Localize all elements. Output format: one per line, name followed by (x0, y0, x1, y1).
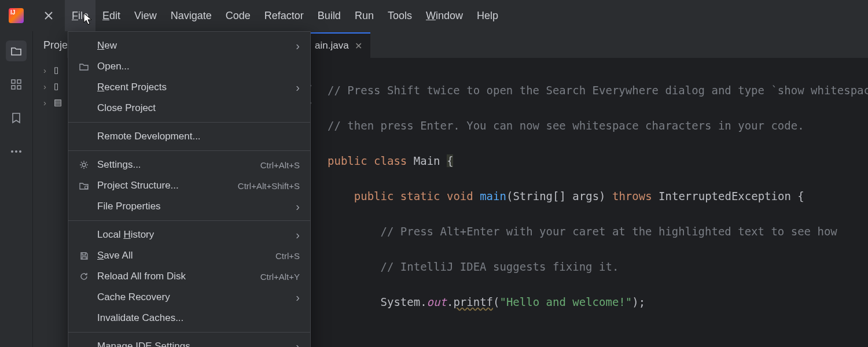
save-icon (79, 250, 89, 261)
menu-recent-projects[interactable]: Recent Projects (68, 77, 310, 98)
menu-code[interactable]: Code (219, 0, 258, 31)
svg-point-4 (11, 150, 13, 153)
svg-point-8 (85, 186, 88, 189)
menu-file[interactable]: File (65, 0, 95, 31)
project-panel: Project ›▯ ›▯ ›▤ (32, 31, 67, 347)
menu-window[interactable]: Window (419, 0, 470, 31)
tree-row[interactable]: ›▯ (33, 62, 67, 78)
editor-tab-main-java[interactable]: ain.java ✕ (307, 32, 370, 58)
menu-reload-from-disk[interactable]: Reload All from Disk Ctrl+Alt+Y (68, 266, 310, 287)
close-icon[interactable] (32, 0, 65, 31)
svg-rect-3 (17, 86, 21, 89)
close-icon[interactable]: ✕ (355, 40, 362, 51)
tree-row[interactable]: ›▯ (33, 78, 67, 94)
svg-point-7 (82, 163, 86, 167)
svg-rect-1 (17, 80, 21, 83)
menu-project-structure[interactable]: Project Structure... Ctrl+Alt+Shift+S (68, 175, 310, 196)
svg-point-5 (15, 150, 17, 153)
app-icon[interactable] (0, 0, 32, 31)
project-panel-title: Project (33, 39, 67, 51)
menu-settings[interactable]: Settings... Ctrl+Alt+S (68, 154, 310, 175)
menu-tools[interactable]: Tools (381, 0, 419, 31)
left-tool-strip (0, 31, 32, 347)
bookmarks-tool-icon[interactable] (6, 108, 27, 128)
folder-icon (79, 61, 89, 72)
svg-rect-2 (12, 86, 15, 89)
menu-open[interactable]: Open... (68, 56, 310, 77)
structure-icon (79, 180, 89, 191)
gear-icon (79, 160, 89, 170)
file-menu-dropdown: New Open... Recent Projects Close Projec… (68, 31, 311, 347)
tab-label: ain.java (315, 40, 349, 51)
menu-file-properties[interactable]: File Properties (68, 196, 310, 217)
menu-run[interactable]: Run (348, 0, 381, 31)
reload-icon (79, 271, 89, 282)
menu-cache-recovery[interactable]: Cache Recovery (68, 287, 310, 308)
menu-close-project[interactable]: Close Project (68, 98, 310, 119)
menubar: File Edit View Navigate Code Refactor Bu… (65, 0, 505, 31)
menu-refactor[interactable]: Refactor (258, 0, 311, 31)
menu-build[interactable]: Build (311, 0, 348, 31)
project-tool-icon[interactable] (6, 40, 27, 61)
more-tool-icon[interactable] (6, 141, 27, 162)
menu-view[interactable]: View (127, 0, 164, 31)
menu-remote-development[interactable]: Remote Development... (68, 126, 310, 147)
menu-save-all[interactable]: Save All Ctrl+S (68, 245, 310, 266)
menu-help[interactable]: Help (470, 0, 505, 31)
svg-point-6 (19, 150, 21, 153)
svg-rect-0 (12, 80, 15, 83)
menu-navigate[interactable]: Navigate (164, 0, 219, 31)
menu-manage-ide-settings[interactable]: Manage IDE Settings (68, 336, 310, 347)
menu-local-history[interactable]: Local History (68, 224, 310, 245)
tree-row[interactable]: ›▤ (33, 94, 67, 110)
menu-edit[interactable]: Edit (95, 0, 127, 31)
menu-new[interactable]: New (68, 35, 310, 56)
structure-tool-icon[interactable] (6, 74, 27, 95)
menu-invalidate-caches[interactable]: Invalidate Caches... (68, 308, 310, 328)
